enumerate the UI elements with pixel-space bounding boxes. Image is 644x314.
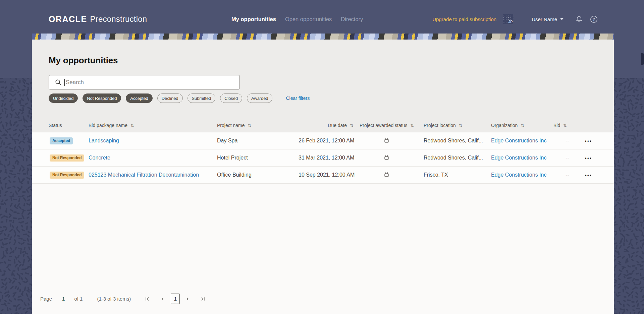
- awarded-status-cell: [356, 172, 418, 178]
- location-cell: Frisco, TX: [418, 172, 485, 178]
- status-cell: Not Responded: [49, 154, 89, 162]
- bid-package-cell: Landscaping: [89, 138, 217, 144]
- svg-text:?: ?: [593, 17, 595, 22]
- organization-link[interactable]: Edge Constructions Inc: [491, 172, 546, 178]
- filter-chip-submitted[interactable]: Submitted: [187, 93, 216, 103]
- clear-filters-link[interactable]: Clear filters: [286, 96, 310, 101]
- bid-package-link[interactable]: Concrete: [89, 155, 110, 161]
- current-page-box[interactable]: 1: [171, 294, 180, 304]
- user-menu[interactable]: User Name: [532, 16, 564, 22]
- table-header-row: Status Bid package name⇅ Project name⇅ D…: [49, 119, 600, 132]
- help-icon: ?: [590, 15, 598, 23]
- last-page-button[interactable]: [201, 297, 205, 301]
- sort-icon: ⇅: [563, 123, 567, 128]
- scrollbar-thumb[interactable]: [641, 53, 644, 65]
- sort-icon: ⇅: [459, 123, 463, 128]
- row-menu-icon[interactable]: •••: [585, 155, 592, 161]
- organization-cell: Edge Constructions Inc: [485, 172, 547, 178]
- row-menu-icon[interactable]: •••: [585, 138, 592, 143]
- column-header-due-date[interactable]: Due date⇅: [299, 123, 356, 128]
- row-menu-icon[interactable]: •••: [585, 173, 592, 178]
- filter-chips: Undecided Not Responded Accepted Decline…: [49, 93, 614, 103]
- due-date-cell: 26 Feb 2021, 12:00 AM: [299, 138, 356, 144]
- sort-icon: ⇅: [130, 123, 134, 128]
- page-title: My opportunities: [49, 55, 614, 66]
- previous-page-button[interactable]: [160, 297, 165, 301]
- filters-section: My opportunities Undecided Not Responded…: [32, 40, 614, 132]
- help-button[interactable]: ?: [590, 15, 598, 23]
- header-right-cluster: Upgrade to paid subscription JP User Nam…: [432, 5, 598, 34]
- project-name-cell: Hotel Project: [217, 155, 299, 161]
- filter-chip-declined[interactable]: Declined: [157, 93, 183, 103]
- status-cell: Not Responded: [49, 172, 89, 179]
- sort-icon: ⇅: [350, 123, 354, 128]
- nav-directory[interactable]: Directory: [341, 16, 363, 22]
- search-input[interactable]: [65, 79, 235, 86]
- nav-open-opportunities[interactable]: Open opportunities: [285, 16, 332, 22]
- organization-cell: Edge Constructions Inc: [485, 138, 547, 144]
- actions-cell: •••: [577, 155, 600, 161]
- awarded-status-cell: [356, 154, 418, 161]
- previous-page-icon: [160, 297, 165, 301]
- bell-icon: [576, 15, 583, 23]
- pagination: Page 1 of 1 (1-3 of 3 items) 1: [32, 294, 205, 304]
- due-date-cell: 10 Sep 2021, 12:00 AM: [299, 172, 356, 178]
- status-cell: Accepted: [49, 137, 89, 144]
- brand-logo: ORACLE Preconstruction: [49, 5, 147, 34]
- filter-chip-closed[interactable]: Closed: [220, 93, 242, 103]
- project-name-cell: Office Building: [217, 172, 299, 178]
- bid-cell: --: [547, 138, 577, 144]
- filter-chip-accepted[interactable]: Accepted: [126, 93, 152, 103]
- table-row: Not Responded Concrete Hotel Project 31 …: [32, 149, 614, 167]
- app-root: { "header": { "brand_oracle": "ORACLE", …: [0, 0, 644, 314]
- lock-icon: [384, 137, 389, 143]
- bid-cell: --: [547, 155, 577, 161]
- column-header-bid[interactable]: Bid⇅: [547, 123, 577, 128]
- filter-chip-awarded[interactable]: Awarded: [247, 93, 272, 103]
- page-count-label: of 1: [74, 296, 83, 302]
- nav-my-opportunities[interactable]: My opportunities: [231, 16, 276, 22]
- content-panel: My opportunities Undecided Not Responded…: [32, 34, 614, 314]
- column-header-project-awarded-status[interactable]: Project awarded status⇅: [356, 123, 418, 128]
- organization-link[interactable]: Edge Constructions Inc: [491, 155, 546, 161]
- project-name-cell: Day Spa: [217, 138, 299, 144]
- column-header-project-location[interactable]: Project location⇅: [418, 123, 485, 128]
- column-header-project-name[interactable]: Project name⇅: [217, 123, 299, 128]
- location-cell: Redwood Shores, Calif...: [418, 138, 485, 144]
- chevron-down-icon: [560, 18, 564, 20]
- due-date-cell: 31 Mar 2021, 12:00 AM: [299, 155, 356, 161]
- next-page-button[interactable]: [185, 297, 190, 301]
- actions-cell: •••: [577, 138, 600, 144]
- notifications-button[interactable]: [576, 15, 583, 23]
- bid-package-link[interactable]: 025123 Mechanical Filtration Decontamina…: [89, 172, 199, 178]
- sort-icon: ⇅: [410, 123, 414, 128]
- column-header-organization[interactable]: Organization⇅: [485, 123, 547, 128]
- filter-chip-not-responded[interactable]: Not Responded: [83, 93, 121, 103]
- last-page-icon: [201, 297, 205, 301]
- background-pattern-left: [0, 78, 32, 314]
- column-header-status: Status: [49, 123, 89, 128]
- bid-package-cell: Concrete: [89, 155, 217, 161]
- organization-link[interactable]: Edge Constructions Inc: [491, 138, 546, 143]
- avatar-initials: JP: [508, 20, 513, 24]
- oracle-logo: ORACLE: [49, 14, 87, 24]
- page-label: Page: [40, 296, 52, 302]
- column-header-bid-package-name[interactable]: Bid package name⇅: [89, 123, 217, 128]
- lock-icon: [384, 172, 389, 177]
- upgrade-subscription-link[interactable]: Upgrade to paid subscription: [432, 16, 496, 22]
- lock-icon: [384, 154, 389, 160]
- items-summary: (1-3 of 3 items): [97, 296, 131, 302]
- text-cursor: [64, 79, 65, 86]
- search-box[interactable]: [49, 75, 240, 89]
- avatar[interactable]: JP: [503, 14, 513, 24]
- bid-package-link[interactable]: Landscaping: [89, 138, 119, 143]
- status-badge: Not Responded: [50, 172, 84, 179]
- product-name: Preconstruction: [90, 14, 147, 24]
- awarded-status-cell: [356, 137, 418, 144]
- current-page-value: 1: [62, 296, 65, 302]
- filter-chip-undecided[interactable]: Undecided: [49, 93, 78, 103]
- actions-cell: •••: [577, 172, 600, 178]
- table-row: Not Responded 025123 Mechanical Filtrati…: [32, 167, 614, 184]
- first-page-button[interactable]: [145, 297, 150, 301]
- status-badge: Accepted: [50, 137, 73, 144]
